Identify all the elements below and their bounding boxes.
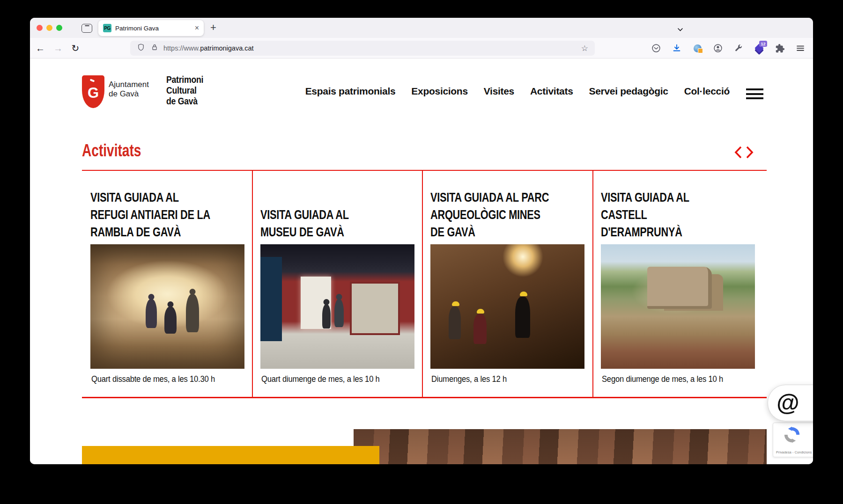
wrench-extension-icon[interactable]	[732, 42, 745, 54]
logo-letter: G	[82, 86, 104, 100]
nav-activitats[interactable]: Activitats	[530, 86, 573, 97]
card-title: VISITA GUIADA AL PARC ARQUEOLÒGIC MINES …	[430, 189, 551, 241]
zoom-window-button[interactable]	[56, 25, 62, 31]
minimize-window-button[interactable]	[46, 25, 52, 31]
grave-accent	[90, 79, 95, 82]
toolbar-extension-icons: 12	[650, 41, 806, 55]
back-button[interactable]: ←	[34, 42, 46, 54]
firefox-view-icon[interactable]	[81, 24, 92, 33]
card-title: VISITA GUIADA AL CASTELL D'ERAMPRUNYÀ	[601, 189, 721, 241]
reload-button[interactable]: ↻	[69, 42, 81, 54]
next-section-yellow-band	[82, 446, 379, 464]
card-image-museu-interior	[260, 244, 414, 369]
bookmark-star-icon[interactable]: ☆	[581, 44, 588, 53]
recaptcha-badge[interactable]: Privadesa - Condicions	[773, 423, 813, 457]
card-schedule: Quart diumenge de mes, a les 10 h	[261, 374, 380, 384]
card-title: VISITA GUIADA AL MUSEU DE GAVÀ	[260, 206, 381, 241]
card-image-tunnel-refugi-antiaeri	[90, 244, 244, 369]
activity-card-castell[interactable]: VISITA GUIADA AL CASTELL D'ERAMPRUNYÀ Se…	[592, 170, 762, 404]
contact-fab-button[interactable]: @	[768, 385, 813, 421]
tracking-shield-icon[interactable]	[137, 43, 145, 53]
account-icon[interactable]	[712, 42, 724, 54]
next-section-rock-image	[354, 429, 767, 464]
recaptcha-logo-icon	[784, 426, 800, 445]
site-brand[interactable]: Patrimoni Cultural de Gavà	[166, 74, 203, 106]
extensions-puzzle-icon[interactable]	[774, 42, 786, 54]
browser-tab[interactable]: PG Patrimoni Gava ×	[98, 20, 204, 36]
url-text[interactable]: https://www.patrimonigava.cat	[163, 44, 581, 52]
carousel-prev-icon[interactable]	[734, 146, 742, 161]
browser-toolbar: ← → ↻ https://www.patrimonigava.cat ☆	[30, 38, 813, 58]
at-icon: @	[776, 391, 799, 415]
wappalyzer-extension-icon[interactable]: 12	[753, 42, 765, 54]
activity-card-museu[interactable]: VISITA GUIADA AL MUSEU DE GAVÀ Quart diu…	[252, 170, 422, 404]
nav-exposicions[interactable]: Exposicions	[411, 86, 467, 97]
url-domain: patrimonigava.cat	[200, 44, 253, 52]
lock-icon[interactable]	[150, 43, 159, 53]
tab-title: Patrimoni Gava	[115, 25, 192, 32]
browser-window: PG Patrimoni Gava × + ← → ↻ https://www.…	[30, 18, 813, 464]
nav-espais-patrimonials[interactable]: Espais patrimonials	[305, 86, 396, 97]
site-menu-hamburger-icon[interactable]	[746, 88, 763, 102]
new-tab-button[interactable]: +	[210, 22, 216, 34]
card-title: VISITA GUIADA AL REFUGI ANTIAERI DE LA R…	[90, 189, 211, 241]
card-schedule: Diumenges, a les 12 h	[431, 374, 507, 384]
pocket-icon[interactable]	[650, 42, 662, 54]
nav-servei-pedagogic[interactable]: Servei pedagògic	[589, 86, 668, 97]
site-favicon: PG	[103, 24, 111, 32]
nav-visites[interactable]: Visites	[484, 86, 514, 97]
translate-extension-icon[interactable]	[691, 42, 703, 54]
forward-button[interactable]: →	[52, 42, 64, 54]
activity-card-refugi[interactable]: VISITA GUIADA AL REFUGI ANTIAERI DE LA R…	[82, 170, 252, 404]
activity-card-mines[interactable]: VISITA GUIADA AL PARC ARQUEOLÒGIC MINES …	[422, 170, 592, 404]
extension-badge: 12	[759, 41, 767, 47]
ajuntament-gava-logo[interactable]: G	[82, 75, 104, 108]
card-schedule: Segon diumenge de mes, a les 10 h	[602, 374, 723, 384]
org-name: Ajuntament de Gavà	[109, 80, 149, 99]
close-tab-icon[interactable]: ×	[195, 24, 199, 32]
close-window-button[interactable]	[37, 25, 43, 31]
card-schedule: Quart dissabte de mes, a les 10.30 h	[91, 374, 215, 384]
app-menu-icon[interactable]	[794, 42, 806, 54]
list-all-tabs-icon[interactable]	[677, 25, 683, 34]
main-navigation: Espais patrimonials Exposicions Visites …	[305, 86, 730, 97]
recaptcha-label: Privadesa - Condicions	[776, 451, 812, 454]
carousel-next-icon[interactable]	[746, 146, 754, 161]
tab-bar: PG Patrimoni Gava × +	[30, 18, 813, 38]
nav-colleccio[interactable]: Col·lecció	[684, 86, 730, 97]
card-image-castell-ruins	[601, 244, 755, 369]
page-content: G Ajuntament de Gavà Patrimoni Cultural …	[30, 58, 813, 464]
url-scheme: https://www.	[163, 44, 200, 52]
section-heading: Activitats	[82, 142, 141, 160]
downloads-icon[interactable]	[671, 42, 683, 54]
address-bar[interactable]: https://www.patrimonigava.cat ☆	[130, 41, 595, 56]
card-image-mines-cave-visitors	[430, 244, 584, 369]
window-controls	[37, 25, 62, 31]
